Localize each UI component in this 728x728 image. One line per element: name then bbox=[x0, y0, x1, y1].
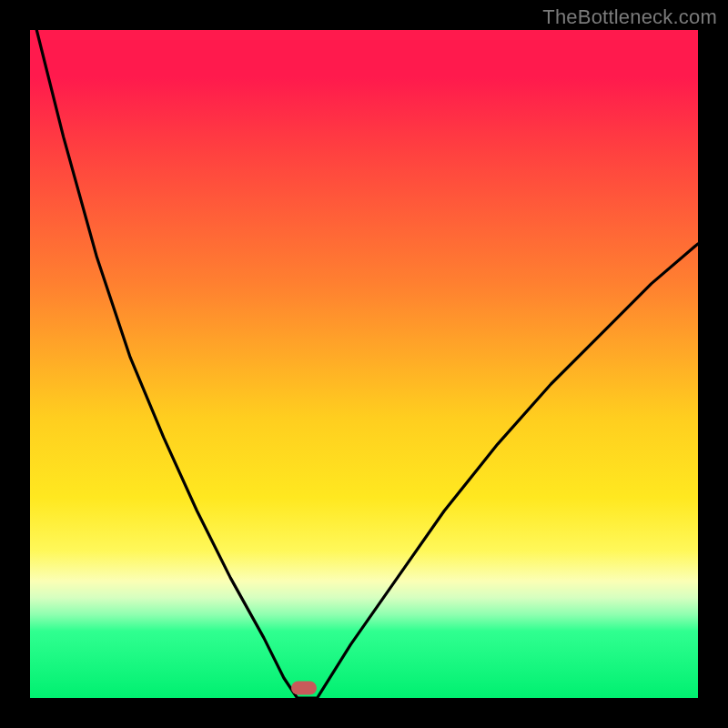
chart-frame: TheBottleneck.com bbox=[0, 0, 728, 728]
bottleneck-curve bbox=[30, 30, 698, 698]
watermark-text: TheBottleneck.com bbox=[542, 5, 717, 29]
optimal-point-marker bbox=[291, 681, 317, 694]
chart-plot-area bbox=[30, 30, 698, 698]
curve-path bbox=[36, 30, 698, 698]
